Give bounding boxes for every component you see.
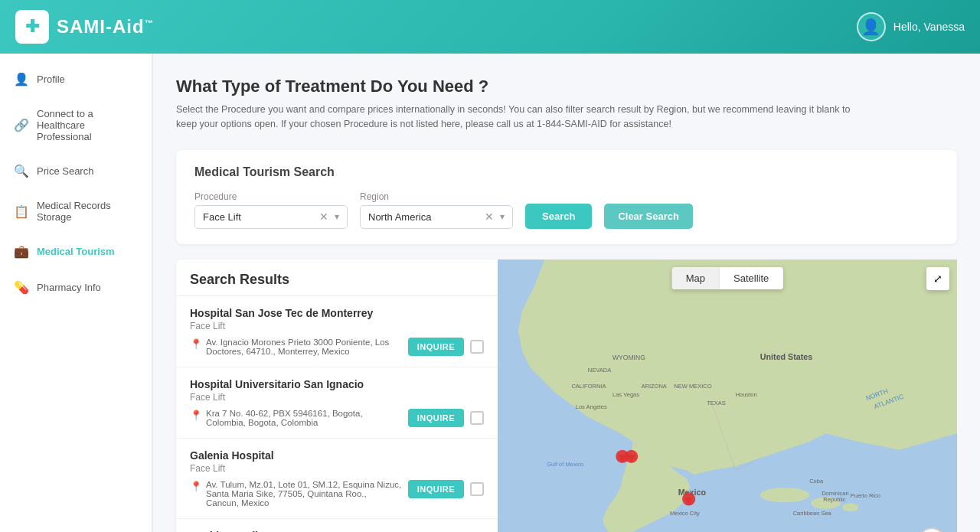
medical-records-icon: 📋 <box>14 204 29 219</box>
result-actions: INQUIRE <box>408 338 484 356</box>
search-fields: Procedure Face Lift ✕ ▾ Region North Ame… <box>194 191 939 229</box>
region-value: North America <box>368 211 479 223</box>
svg-text:United States: United States <box>760 351 812 361</box>
result-row: 📍 Av. Ignacio Morones Prieto 3000 Ponien… <box>190 338 484 356</box>
procedure-arrow-icon: ▾ <box>335 211 339 222</box>
svg-text:Los Angeles: Los Angeles <box>576 403 607 410</box>
profile-icon: 👤 <box>14 72 29 86</box>
sidebar-item-pharmacy-info[interactable]: 💊 Pharmacy Info <box>0 269 152 305</box>
result-address: 📍 Kra 7 No. 40-62, PBX 5946161, Bogota, … <box>190 409 402 427</box>
main-layout: 👤 Profile 🔗 Connect to a Healthcare Prof… <box>0 54 980 532</box>
inquire-button[interactable]: INQUIRE <box>408 480 464 498</box>
map-tab-button[interactable]: Map <box>672 267 719 289</box>
greeting-text: Hello, Vanessa <box>893 21 965 33</box>
result-name: Hospital San Jose Tec de Monterrey <box>190 307 484 319</box>
sidebar-item-medical-records[interactable]: 📋 Medical Records Storage <box>0 189 152 233</box>
region-clear-icon[interactable]: ✕ <box>485 211 494 222</box>
svg-text:Republic: Republic <box>823 496 845 503</box>
satellite-tab-button[interactable]: Satellite <box>719 267 782 289</box>
clear-search-button[interactable]: Clear Search <box>604 204 693 229</box>
result-checkbox[interactable] <box>470 411 484 425</box>
result-name: Galenia Hospital <box>190 449 484 462</box>
search-button[interactable]: Search <box>525 204 592 229</box>
map-expand-button[interactable]: ⤢ <box>926 267 949 290</box>
logo-text: SAMI-Aid™ <box>57 16 154 38</box>
procedure-label: Procedure <box>194 191 348 202</box>
procedure-field-group: Procedure Face Lift ✕ ▾ <box>194 191 348 229</box>
map-tab-controls: Map Satellite <box>672 267 783 289</box>
svg-text:Las Vegas: Las Vegas <box>612 391 639 398</box>
table-row: Galenia Hospital Face Lift 📍 Av. Tulum, … <box>176 439 498 519</box>
results-map-row: Search Results Hospital San Jose Tec de … <box>176 259 957 533</box>
sidebar-item-price-search[interactable]: 🔍 Price Search <box>0 153 152 189</box>
svg-text:Caribbean Sea: Caribbean Sea <box>793 510 832 517</box>
result-checkbox[interactable] <box>470 482 484 496</box>
location-pin-icon: 📍 <box>190 338 202 350</box>
sidebar-item-profile[interactable]: 👤 Profile <box>0 61 152 97</box>
region-arrow-icon: ▾ <box>500 211 505 222</box>
table-row: Hospital San Jose Tec de Monterrey Face … <box>176 296 498 367</box>
result-row: 📍 Av. Tulum, Mz.01, Lote 01, SM.12, Esqu… <box>190 480 484 508</box>
map-panel[interactable]: WYOMING NEVADA CALIFORNIA Las Vegas Los … <box>498 259 957 533</box>
sidebar-item-label: Profile <box>37 73 65 85</box>
procedure-value: Face Lift <box>203 211 313 223</box>
svg-text:WYOMING: WYOMING <box>612 353 645 361</box>
result-actions: INQUIRE <box>408 409 484 427</box>
result-checkbox[interactable] <box>470 340 484 354</box>
svg-point-5 <box>760 488 809 502</box>
results-title: Search Results <box>176 272 498 296</box>
svg-text:Cuba: Cuba <box>809 477 824 484</box>
result-procedure: Face Lift <box>190 463 484 474</box>
result-address: 📍 Av. Tulum, Mz.01, Lote 01, SM.12, Esqu… <box>190 480 402 508</box>
price-search-icon: 🔍 <box>14 164 29 178</box>
sidebar-item-label: Pharmacy Info <box>37 282 101 293</box>
inquire-button[interactable]: INQUIRE <box>408 338 464 356</box>
logo: ✚ SAMI-Aid™ <box>15 10 154 44</box>
svg-text:NEW MEXICO: NEW MEXICO <box>674 383 711 390</box>
region-select[interactable]: North America ✕ ▾ <box>360 205 513 229</box>
svg-text:Houston: Houston <box>736 391 757 398</box>
page-title: What Type of Treatment Do You Need ? <box>176 77 957 96</box>
table-row: Hospital Universitario San Ignacio Face … <box>176 367 498 439</box>
svg-text:ARIZONA: ARIZONA <box>642 383 667 390</box>
region-field-group: Region North America ✕ ▾ <box>360 191 513 229</box>
sidebar-item-label: Price Search <box>37 165 93 177</box>
svg-text:Mexico City: Mexico City <box>670 510 700 517</box>
result-name: Hospital Universitario San Ignacio <box>190 378 484 390</box>
search-box-title: Medical Tourism Search <box>194 165 939 179</box>
region-label: Region <box>360 191 513 202</box>
svg-text:NEVADA: NEVADA <box>588 366 611 373</box>
sidebar-item-medical-tourism[interactable]: 💼 Medical Tourism <box>0 233 152 269</box>
location-pin-icon: 📍 <box>190 410 202 421</box>
sidebar-item-connect[interactable]: 🔗 Connect to a Healthcare Professional <box>0 97 152 153</box>
content-area: What Type of Treatment Do You Need ? Sel… <box>153 54 980 532</box>
inquire-button[interactable]: INQUIRE <box>408 409 464 427</box>
sidebar-item-label: Medical Tourism <box>37 246 115 257</box>
location-pin-icon: 📍 <box>190 481 202 492</box>
medical-tourism-icon: 💼 <box>14 244 29 259</box>
procedure-clear-icon[interactable]: ✕ <box>319 211 328 222</box>
avatar: 👤 <box>857 12 886 41</box>
sidebar: 👤 Profile 🔗 Connect to a Healthcare Prof… <box>0 54 153 532</box>
sidebar-item-label: Medical Records Storage <box>37 200 139 223</box>
result-name: Health & Wellness Bazaar, Inc. <box>190 530 484 533</box>
result-procedure: Face Lift <box>190 392 484 403</box>
results-panel: Search Results Hospital San Jose Tec de … <box>176 259 498 533</box>
procedure-select[interactable]: Face Lift ✕ ▾ <box>194 205 348 229</box>
map-svg: WYOMING NEVADA CALIFORNIA Las Vegas Los … <box>498 259 957 533</box>
sidebar-item-label: Connect to a Healthcare Professional <box>37 108 139 142</box>
result-procedure: Face Lift <box>190 321 484 331</box>
svg-text:CALIFORNIA: CALIFORNIA <box>571 383 606 390</box>
table-row: Health & Wellness Bazaar, Inc. <box>176 519 498 533</box>
pharmacy-info-icon: 💊 <box>14 280 29 295</box>
result-actions: INQUIRE <box>408 480 484 498</box>
search-box: Medical Tourism Search Procedure Face Li… <box>176 150 957 244</box>
page-subtitle: Select the Procedure you want and compar… <box>176 103 865 132</box>
svg-point-7 <box>842 503 858 511</box>
result-row: 📍 Kra 7 No. 40-62, PBX 5946161, Bogota, … <box>190 409 484 427</box>
header: ✚ SAMI-Aid™ 👤 Hello, Vanessa <box>0 0 980 54</box>
connect-icon: 🔗 <box>14 118 29 132</box>
header-user: 👤 Hello, Vanessa <box>857 12 965 41</box>
svg-text:Puerto Rico: Puerto Rico <box>851 491 880 498</box>
result-address: 📍 Av. Ignacio Morones Prieto 3000 Ponien… <box>190 338 402 356</box>
